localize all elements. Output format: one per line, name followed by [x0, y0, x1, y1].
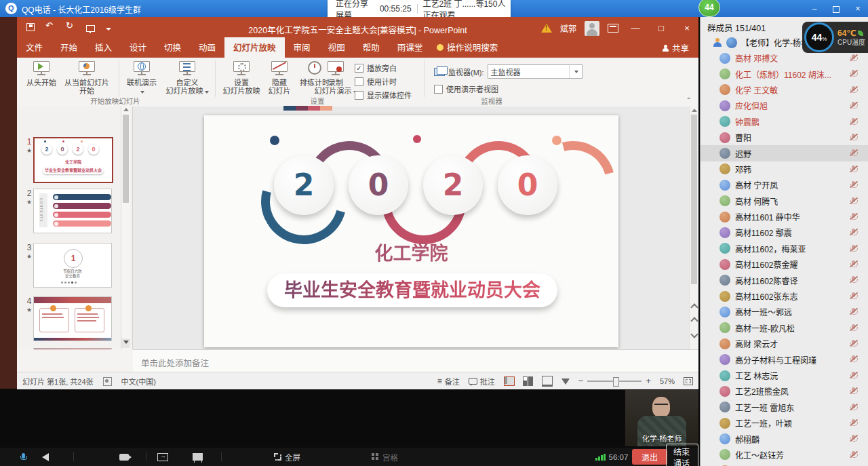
- screen-share-button[interactable]: [157, 448, 168, 466]
- ppt-maximize-button[interactable]: □: [652, 17, 670, 39]
- tab-design[interactable]: 设计: [121, 37, 155, 58]
- slide-canvas[interactable]: 2 0 2 0 化工学院 毕业生安全教育暨就业动员大会: [204, 115, 618, 347]
- member-row[interactable]: 郝栩麟: [701, 431, 868, 446]
- collapse-ribbon-icon[interactable]: ⌃: [686, 96, 692, 104]
- tab-insert[interactable]: 插入: [86, 37, 121, 58]
- reading-view-button[interactable]: [542, 376, 553, 387]
- warning-icon[interactable]: [541, 24, 552, 33]
- slideshow-view-button[interactable]: [561, 378, 570, 385]
- slide-thumbnail-5[interactable]: [33, 348, 112, 349]
- member-row[interactable]: 化学 王文敏: [701, 82, 868, 98]
- previous-slide-icon[interactable]: [690, 317, 698, 324]
- hide-slide-button[interactable]: 隐藏幻灯片: [264, 59, 295, 95]
- camera-button[interactable]: [119, 448, 129, 466]
- scrollbar-thumb[interactable]: [123, 115, 129, 203]
- member-row[interactable]: 高材11602张东志: [701, 288, 868, 304]
- notes-toggle-button[interactable]: ≡备注: [437, 376, 460, 387]
- presenter-view-checkbox[interactable]: 使用演示者视图: [434, 83, 498, 94]
- account-name[interactable]: 斌郭: [560, 22, 576, 34]
- tab-rain-classroom[interactable]: 雨课堂: [389, 37, 432, 58]
- speaker-button[interactable]: [42, 448, 49, 466]
- qq-restore-button[interactable]: [830, 3, 842, 14]
- member-row[interactable]: 高材11602 鄢震: [701, 225, 868, 240]
- fullscreen-button[interactable]: 全屏: [274, 448, 300, 466]
- tab-help[interactable]: 帮助: [354, 37, 389, 58]
- slide-thumbnail-3[interactable]: 1 节假日六防安全教育: [33, 243, 112, 288]
- end-call-button[interactable]: 结束通话: [666, 444, 698, 466]
- scroll-up-icon[interactable]: [692, 109, 697, 112]
- zoom-percent[interactable]: 57%: [660, 377, 675, 385]
- notes-pane[interactable]: 单击此处添加备注: [133, 349, 698, 372]
- member-row[interactable]: 邓韩: [701, 161, 868, 177]
- whiteboard-button[interactable]: [193, 448, 203, 466]
- slide-thumbnail-1[interactable]: 2 0 2 0 化工学院 毕业生安全教育暨就业动员大会: [33, 137, 113, 183]
- zoom-slider[interactable]: [587, 381, 642, 382]
- tab-animations[interactable]: 动画: [190, 37, 224, 58]
- normal-view-button[interactable]: [504, 376, 515, 386]
- share-button[interactable]: 共享: [663, 41, 689, 54]
- next-slide-icon[interactable]: [690, 330, 698, 338]
- member-row[interactable]: 高材11602陈睿译: [701, 272, 868, 288]
- from-beginning-button[interactable]: 从头开始: [24, 59, 59, 87]
- qq-minimize-button[interactable]: –: [808, 3, 821, 14]
- previous-slide-icon[interactable]: [690, 303, 698, 311]
- member-row[interactable]: 高分子材料与工程闵瑾: [701, 351, 868, 367]
- member-row[interactable]: 高材一班-欧凡松: [701, 320, 868, 336]
- language-status[interactable]: 中文(中国): [121, 376, 156, 387]
- tab-home[interactable]: 开始: [52, 37, 86, 58]
- member-row[interactable]: 曹阳: [701, 130, 868, 145]
- record-slideshow-button[interactable]: 录制幻灯片演示: [314, 59, 357, 95]
- scroll-up-icon[interactable]: [123, 108, 129, 111]
- member-row[interactable]: 应化但旭: [701, 98, 868, 113]
- member-row[interactable]: 化工（炼制）11602 胡沫...: [701, 66, 868, 81]
- fit-to-window-button[interactable]: [684, 377, 693, 385]
- editor-scrollbar[interactable]: [689, 106, 698, 349]
- tab-review[interactable]: 审阅: [285, 37, 319, 58]
- member-row[interactable]: 高材一班～郭远: [701, 304, 868, 319]
- member-row[interactable]: 高材11602蔡金耀: [701, 256, 868, 272]
- unread-count-badge[interactable]: 44: [698, 0, 720, 17]
- slide-thumbnail-4[interactable]: [33, 296, 112, 341]
- slide-sorter-view-button[interactable]: [524, 377, 533, 385]
- member-row[interactable]: 迟野: [701, 145, 868, 161]
- member-row[interactable]: 高材 何腾飞: [701, 193, 868, 209]
- ppt-minimize-button[interactable]: —: [627, 17, 644, 39]
- play-narrations-checkbox[interactable]: ✓播放旁白: [355, 62, 397, 73]
- zoom-out-button[interactable]: −: [578, 376, 584, 386]
- tab-transitions[interactable]: 切换: [155, 37, 190, 58]
- tell-me-search[interactable]: 操作说明搜索: [437, 41, 498, 58]
- present-online-button[interactable]: 联机演示: [122, 59, 161, 95]
- comments-toggle-button[interactable]: 批注: [469, 376, 495, 387]
- custom-slideshow-button[interactable]: 自定义幻灯片放映: [163, 59, 212, 95]
- zoom-slider-thumb[interactable]: [613, 377, 619, 387]
- member-row[interactable]: 工艺 林志沅: [701, 368, 868, 383]
- member-row[interactable]: 高财 梁云才: [701, 336, 868, 351]
- account-avatar[interactable]: [585, 21, 599, 36]
- scroll-down-button[interactable]: [121, 338, 130, 348]
- exit-button[interactable]: 退出: [632, 449, 667, 465]
- ribbon-display-options-icon[interactable]: [608, 24, 618, 33]
- member-row[interactable]: 工艺2班熊金凤: [701, 383, 868, 399]
- ppt-close-button[interactable]: ×: [678, 17, 696, 39]
- member-row[interactable]: 工艺一班 雷旭东: [701, 400, 868, 415]
- tab-view[interactable]: 视图: [319, 37, 354, 58]
- member-row[interactable]: 钟震鹏: [701, 114, 868, 130]
- from-current-slide-button[interactable]: 从当前幻灯片开始: [59, 59, 115, 95]
- tab-file[interactable]: 文件: [17, 37, 52, 58]
- thumbnail-scrollbar[interactable]: [121, 106, 130, 349]
- member-row[interactable]: 化工11601班瑞泽: [701, 463, 868, 466]
- member-row[interactable]: 高材 宁开凤: [701, 177, 868, 193]
- scrollbar-thumb[interactable]: [691, 115, 697, 284]
- use-timings-checkbox[interactable]: 使用计时: [355, 76, 397, 87]
- member-row[interactable]: 高材11601 薛中华: [701, 209, 868, 225]
- member-row[interactable]: 工艺一班，叶颖: [701, 415, 868, 431]
- member-row[interactable]: 化工～赵钰芳: [701, 447, 868, 463]
- slide-thumbnail-2[interactable]: CONTENTS: [33, 189, 112, 233]
- mic-button[interactable]: [20, 448, 26, 466]
- setup-slideshow-button[interactable]: 设置幻灯片放映: [219, 59, 264, 95]
- member-row[interactable]: 高材11602，梅莱亚: [701, 241, 868, 256]
- accessibility-icon[interactable]: [103, 377, 112, 386]
- tab-slideshow[interactable]: 幻灯片放映: [224, 37, 285, 58]
- teacher-video-thumbnail[interactable]: 化学-杨老师: [625, 390, 698, 446]
- grid-view-button[interactable]: 宫格: [372, 448, 398, 466]
